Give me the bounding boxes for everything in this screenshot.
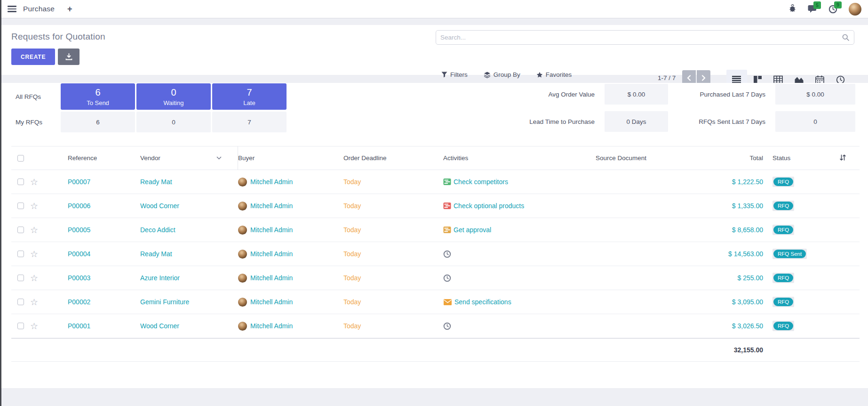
- activities-badge: 9: [834, 1, 842, 9]
- dash-stat-my-late[interactable]: 7: [212, 112, 287, 132]
- dash-stat-all-late[interactable]: 7 Late: [212, 83, 287, 110]
- select-all-checkbox[interactable]: [17, 155, 24, 162]
- control-panel: Requests for Quotation CREATE Filters: [0, 25, 868, 75]
- favorite-star-icon[interactable]: ☆: [30, 250, 38, 259]
- order-deadline-value: Today: [343, 202, 361, 210]
- activity-label-link[interactable]: Send specifications: [454, 298, 511, 306]
- create-button[interactable]: CREATE: [11, 49, 55, 65]
- messages-icon[interactable]: 5: [808, 5, 817, 13]
- vendor-link[interactable]: Azure Interior: [140, 274, 180, 282]
- activity-label-link[interactable]: Check optional products: [454, 202, 524, 210]
- buyer-link[interactable]: Mitchell Admin: [250, 274, 293, 282]
- vendor-link[interactable]: Gemini Furniture: [140, 298, 189, 306]
- list-green-activity-icon[interactable]: [443, 178, 451, 186]
- table-row[interactable]: ☆ P00007 Ready Mat Mitchell Admin Today …: [11, 170, 860, 194]
- search-box: [436, 30, 854, 45]
- reference-link[interactable]: P00001: [68, 322, 90, 330]
- table-row[interactable]: ☆ P00002 Gemini Furniture Mitchell Admin…: [11, 290, 860, 314]
- all-rfqs-label: All RFQs: [0, 93, 61, 100]
- list-yellow-activity-icon[interactable]: [443, 226, 451, 234]
- header-order-deadline[interactable]: Order Deadline: [343, 146, 440, 170]
- header-reference[interactable]: Reference: [50, 146, 139, 170]
- header-activities[interactable]: Activities: [440, 146, 596, 170]
- export-button[interactable]: [58, 49, 80, 65]
- activity-label-link[interactable]: Check competitors: [454, 178, 508, 186]
- favorite-star-icon[interactable]: ☆: [30, 274, 38, 283]
- clock-activity-icon[interactable]: [443, 274, 451, 282]
- header-total[interactable]: Total: [718, 146, 770, 170]
- dash-label-text: Waiting: [136, 99, 211, 106]
- envelope-activity-icon[interactable]: [443, 299, 452, 306]
- row-checkbox[interactable]: [17, 323, 24, 329]
- favorite-star-icon[interactable]: ☆: [30, 298, 38, 307]
- table-header: Reference Vendor Buyer Order Deadline Ac…: [11, 146, 860, 170]
- dash-stat-all-to-send[interactable]: 6 To Send: [61, 83, 135, 110]
- vendor-link[interactable]: Deco Addict: [140, 226, 175, 234]
- clock-activity-icon[interactable]: [443, 250, 451, 258]
- dashboard-row-all: All RFQs 6 To Send 0 Waiting 7 Late: [0, 83, 287, 110]
- new-tab-icon[interactable]: +: [67, 4, 72, 14]
- dash-count: 7: [212, 87, 287, 98]
- buyer-link[interactable]: Mitchell Admin: [250, 178, 293, 186]
- activity-label-link[interactable]: Get approval: [454, 226, 491, 234]
- table-row[interactable]: ☆ P00004 Ready Mat Mitchell Admin Today …: [11, 242, 860, 266]
- source-document-value: [596, 266, 718, 290]
- optional-columns-icon[interactable]: [839, 154, 846, 162]
- row-checkbox[interactable]: [17, 203, 24, 209]
- buyer-avatar: [238, 226, 247, 235]
- order-deadline-value: Today: [343, 250, 361, 258]
- favorite-star-icon[interactable]: ☆: [30, 322, 38, 331]
- table-row[interactable]: ☆ P00006 Wood Corner Mitchell Admin Toda…: [11, 194, 860, 218]
- header-buyer[interactable]: Buyer: [238, 146, 343, 170]
- spacer: [0, 18, 868, 25]
- dash-stat-all-waiting[interactable]: 0 Waiting: [136, 83, 211, 110]
- activities-clock-icon[interactable]: 9: [828, 5, 837, 14]
- vendor-link[interactable]: Wood Corner: [140, 322, 179, 330]
- table-row[interactable]: ☆ P00001 Wood Corner Mitchell Admin Toda…: [11, 314, 860, 338]
- favorites-button[interactable]: Favorites: [536, 71, 572, 78]
- favorite-star-icon[interactable]: ☆: [30, 202, 38, 211]
- buyer-link[interactable]: Mitchell Admin: [250, 202, 293, 210]
- buyer-link[interactable]: Mitchell Admin: [250, 250, 293, 258]
- vendor-link[interactable]: Wood Corner: [140, 202, 179, 210]
- row-checkbox[interactable]: [17, 299, 24, 305]
- header-status[interactable]: Status: [770, 146, 826, 170]
- table-row[interactable]: ☆ P00005 Deco Addict Mitchell Admin Toda…: [11, 218, 860, 242]
- main-menu-icon[interactable]: [8, 6, 16, 12]
- buyer-link[interactable]: Mitchell Admin: [250, 226, 293, 234]
- list-red-activity-icon[interactable]: [443, 202, 451, 210]
- reference-link[interactable]: P00007: [68, 178, 90, 186]
- dash-stat-my-waiting[interactable]: 0: [136, 112, 211, 132]
- filters-button[interactable]: Filters: [441, 71, 468, 78]
- status-badge: RFQ: [772, 273, 794, 284]
- debug-bug-icon[interactable]: [788, 4, 796, 14]
- row-checkbox[interactable]: [17, 179, 24, 185]
- reference-link[interactable]: P00002: [68, 298, 90, 306]
- reference-link[interactable]: P00003: [68, 274, 90, 282]
- group-by-button[interactable]: Group By: [484, 71, 520, 78]
- search-icon[interactable]: [842, 34, 849, 41]
- user-avatar[interactable]: [849, 3, 861, 16]
- row-checkbox[interactable]: [17, 251, 24, 257]
- header-source-document[interactable]: Source Document: [596, 146, 718, 170]
- reference-link[interactable]: P00005: [68, 226, 90, 234]
- row-checkbox[interactable]: [17, 227, 24, 233]
- row-checkbox[interactable]: [17, 275, 24, 281]
- buyer-link[interactable]: Mitchell Admin: [250, 322, 293, 330]
- buyer-link[interactable]: Mitchell Admin: [250, 298, 293, 306]
- clock-activity-icon[interactable]: [443, 322, 451, 330]
- source-document-value: [596, 290, 718, 314]
- app-name[interactable]: Purchase: [23, 5, 55, 13]
- dash-stat-my-to-send[interactable]: 6: [61, 112, 135, 132]
- reference-link[interactable]: P00006: [68, 202, 90, 210]
- favorite-star-icon[interactable]: ☆: [30, 226, 38, 235]
- vendor-link[interactable]: Ready Mat: [140, 178, 172, 186]
- favorite-star-icon[interactable]: ☆: [30, 178, 38, 187]
- table-row[interactable]: ☆ P00003 Azure Interior Mitchell Admin T…: [11, 266, 860, 290]
- vendor-link[interactable]: Ready Mat: [140, 250, 172, 258]
- reference-link[interactable]: P00004: [68, 250, 90, 258]
- search-input[interactable]: [440, 34, 842, 41]
- row-total-value: $ 14,563.00: [728, 250, 763, 258]
- header-vendor[interactable]: Vendor: [139, 146, 238, 170]
- window-edge: [0, 0, 1, 406]
